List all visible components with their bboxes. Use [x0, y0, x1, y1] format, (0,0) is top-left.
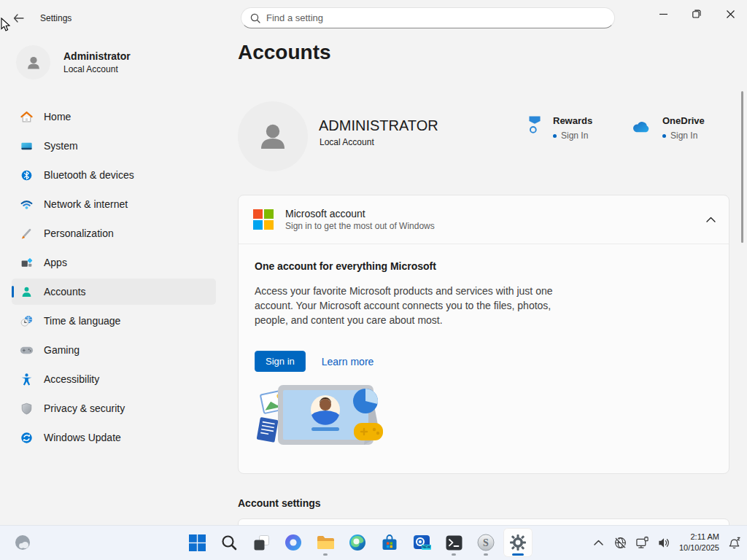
learn-more-link[interactable]: Learn more	[322, 356, 374, 368]
copilot-button[interactable]	[279, 528, 308, 557]
gaming-icon	[20, 343, 34, 357]
rewards-signin[interactable]: Sign In	[553, 131, 592, 141]
minimize-icon	[659, 10, 667, 18]
person-icon	[24, 53, 43, 72]
sidebar-item-label: System	[44, 140, 78, 152]
sidebar-item-apps[interactable]: Apps	[12, 249, 216, 276]
terminal-button[interactable]	[439, 528, 468, 557]
sidebar-item-time-language[interactable]: Time & language	[12, 308, 216, 334]
system-icon	[20, 139, 34, 153]
sidebar-item-label: Network & internet	[44, 198, 128, 210]
taskbar-search-button[interactable]	[214, 528, 244, 557]
search-box[interactable]	[241, 7, 615, 28]
sidebar-user-subtitle: Local Account	[63, 64, 131, 74]
close-button[interactable]	[713, 0, 747, 28]
notifications-button[interactable]	[727, 535, 741, 550]
back-button[interactable]	[10, 10, 26, 26]
ms-card-title: Microsoft account	[285, 208, 435, 219]
sidebar-item-home[interactable]: Home	[12, 104, 216, 130]
rewards-label: Rewards	[553, 115, 592, 126]
chevron-up-icon	[594, 540, 603, 545]
onedrive-label: OneDrive	[662, 115, 705, 126]
sidebar-item-label: Home	[44, 111, 71, 122]
microsoft-logo-icon	[253, 209, 274, 230]
no-internet-icon	[614, 536, 627, 550]
accounts-icon	[20, 285, 34, 299]
ms-card-body-text: Access your favorite Microsoft products …	[255, 284, 570, 327]
edge-button[interactable]	[343, 528, 372, 557]
windows-update-icon	[20, 431, 34, 445]
search-icon	[221, 534, 237, 551]
clock[interactable]: 2:11 AM 10/10/2025	[679, 532, 719, 553]
file-explorer-button[interactable]	[311, 528, 340, 557]
tray-time: 2:11 AM	[679, 532, 719, 542]
accessibility-icon	[20, 373, 34, 386]
svg-text:S: S	[483, 537, 489, 548]
taskbar-center: NEW S	[182, 528, 533, 557]
no-internet-button[interactable]	[614, 535, 628, 550]
sidebar-item-personalization[interactable]: Personalization	[12, 220, 216, 246]
bullet-icon	[662, 134, 666, 138]
volume-icon	[657, 536, 671, 550]
store-button[interactable]	[375, 528, 404, 557]
sidebar-item-windows-update[interactable]: Windows Update	[12, 424, 216, 451]
outlook-button[interactable]: NEW	[407, 528, 436, 557]
rewards-icon	[527, 115, 543, 136]
onedrive-signin[interactable]: Sign In	[662, 131, 705, 141]
sidebar-item-label: Accounts	[44, 286, 86, 298]
section-heading: Account settings	[238, 497, 321, 509]
microsoft-account-card-header[interactable]: Microsoft account Sign in to get the mos…	[239, 195, 729, 244]
home-icon	[20, 110, 34, 124]
sidebar-item-label: Privacy & security	[44, 402, 125, 414]
sidebar-user-card[interactable]: Administrator Local Account	[16, 45, 131, 79]
sidebar-item-network[interactable]: Network & internet	[12, 191, 216, 217]
restore-icon	[692, 9, 701, 18]
close-icon	[727, 10, 735, 18]
search-icon	[250, 13, 260, 23]
privacy-icon	[20, 402, 34, 416]
scrollbar[interactable]	[741, 91, 743, 243]
apps-icon	[20, 256, 34, 270]
bullet-icon	[553, 134, 557, 138]
s-app-button[interactable]: S	[471, 528, 500, 557]
settings-gear-icon	[509, 534, 527, 551]
ms-card-subtitle: Sign in to get the most out of Windows	[285, 221, 435, 231]
file-explorer-icon	[317, 535, 335, 551]
rewards-promo[interactable]: Rewards Sign In	[527, 115, 592, 141]
mouse-cursor	[1, 18, 11, 32]
sidebar-item-privacy[interactable]: Privacy & security	[12, 395, 216, 421]
sign-in-button[interactable]: Sign in	[255, 351, 306, 372]
sidebar-item-gaming[interactable]: Gaming	[12, 337, 216, 363]
system-tray: 2:11 AM 10/10/2025	[592, 528, 741, 557]
person-icon	[254, 117, 292, 155]
sidebar-item-bluetooth[interactable]: Bluetooth & devices	[12, 162, 216, 188]
ethernet-icon	[635, 536, 649, 550]
sidebar-item-label: Windows Update	[44, 432, 121, 443]
sidebar-item-accessibility[interactable]: Accessibility	[12, 366, 216, 392]
sidebar-item-accounts[interactable]: Accounts	[12, 279, 216, 305]
s-app-icon: S	[477, 534, 495, 551]
minimize-button[interactable]	[646, 0, 680, 28]
task-view-button[interactable]	[247, 528, 276, 557]
widgets-button[interactable]	[12, 532, 34, 553]
outlook-icon: NEW	[413, 534, 431, 551]
notifications-bell-icon	[727, 536, 741, 550]
start-icon	[189, 534, 206, 551]
personalization-icon	[20, 227, 34, 241]
profile-name: ADMINISTRATOR	[319, 117, 438, 134]
sidebar-item-system[interactable]: System	[12, 133, 216, 159]
sidebar-item-label: Accessibility	[44, 373, 99, 385]
onedrive-promo[interactable]: OneDrive Sign In	[630, 115, 705, 141]
avatar	[16, 45, 50, 79]
start-button[interactable]	[182, 528, 212, 557]
ethernet-button[interactable]	[635, 535, 650, 550]
chevron-up-icon[interactable]	[706, 217, 716, 222]
page-title: Accounts	[238, 41, 331, 64]
tray-chevron-button[interactable]	[592, 535, 606, 550]
sidebar-item-label: Gaming	[44, 344, 80, 356]
restore-button[interactable]	[680, 0, 713, 28]
sidebar-nav: Home System Bluetooth & devices Network …	[12, 104, 216, 451]
volume-button[interactable]	[657, 535, 672, 550]
settings-button[interactable]	[503, 528, 533, 557]
search-input[interactable]	[266, 12, 605, 23]
